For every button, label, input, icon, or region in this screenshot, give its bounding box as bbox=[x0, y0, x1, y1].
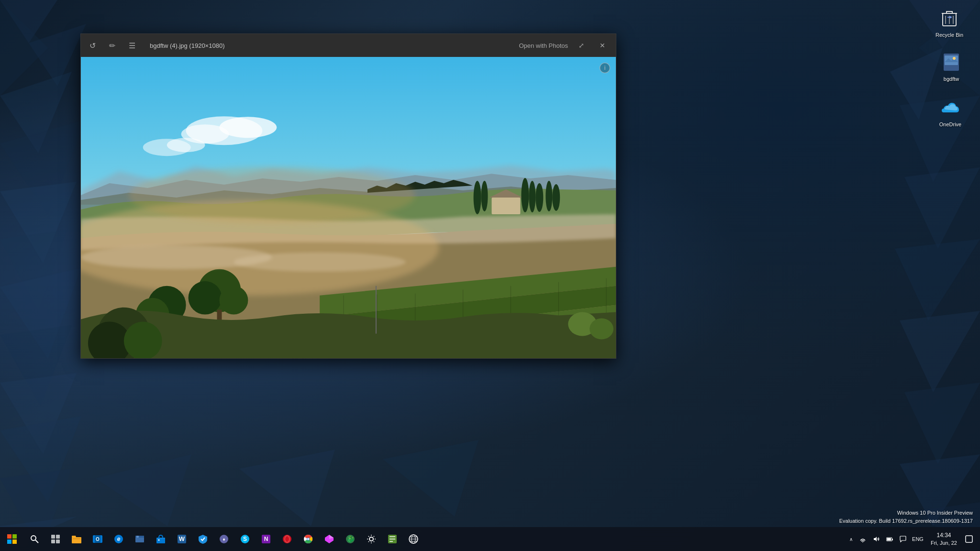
svg-text:♦: ♦ bbox=[223, 537, 225, 542]
taskbar-skype[interactable]: S bbox=[234, 527, 256, 551]
svg-point-30 bbox=[481, 181, 488, 211]
notification-button[interactable] bbox=[962, 527, 976, 551]
svg-rect-27 bbox=[491, 198, 520, 214]
photo-content: i bbox=[81, 57, 616, 358]
svg-point-73 bbox=[31, 536, 36, 540]
svg-point-45 bbox=[189, 281, 222, 315]
svg-point-108 bbox=[369, 537, 373, 541]
svg-point-103 bbox=[307, 538, 309, 540]
tray-power-icon[interactable] bbox=[883, 527, 896, 551]
svg-point-58 bbox=[234, 253, 405, 272]
svg-marker-20 bbox=[904, 383, 980, 464]
taskbar-explorer[interactable] bbox=[129, 527, 150, 551]
clock-date: Fri, Jun, 22 bbox=[931, 540, 957, 546]
maximize-button[interactable]: ⤢ bbox=[574, 38, 589, 53]
rotate-button[interactable]: ↺ bbox=[87, 39, 99, 52]
svg-point-46 bbox=[219, 286, 248, 315]
svg-text:e: e bbox=[117, 536, 121, 542]
svg-rect-79 bbox=[72, 537, 81, 543]
svg-rect-118 bbox=[892, 539, 893, 540]
info-button[interactable]: i bbox=[600, 63, 610, 73]
taskbar-defender[interactable] bbox=[192, 527, 213, 551]
onedrive-icon[interactable]: OneDrive bbox=[931, 93, 969, 131]
svg-rect-119 bbox=[887, 538, 891, 540]
tray-language-button[interactable]: ENG bbox=[910, 527, 926, 551]
svg-line-74 bbox=[35, 540, 38, 543]
svg-text:N: N bbox=[264, 536, 268, 542]
svg-marker-24 bbox=[239, 450, 335, 526]
taskbar-file-explorer[interactable] bbox=[66, 527, 87, 551]
photo-viewer-titlebar: ↺ ✏ ☰ bgdftw (4).jpg (1920×1080) Open wi… bbox=[81, 34, 616, 57]
task-view-button[interactable] bbox=[45, 527, 66, 551]
menu-button[interactable]: ☰ bbox=[126, 39, 138, 52]
taskbar-store[interactable] bbox=[150, 527, 171, 551]
svg-point-55 bbox=[590, 319, 613, 340]
svg-marker-19 bbox=[900, 311, 980, 392]
taskbar-app1[interactable]: ♦ bbox=[213, 527, 234, 551]
start-button[interactable] bbox=[0, 527, 24, 551]
svg-rect-72 bbox=[12, 540, 17, 544]
svg-point-34 bbox=[546, 181, 552, 211]
svg-marker-25 bbox=[383, 440, 479, 517]
svg-marker-18 bbox=[895, 239, 980, 320]
bgdftw-label: bgdftw bbox=[944, 76, 959, 82]
svg-marker-17 bbox=[904, 167, 980, 249]
taskbar-outlook[interactable]: O bbox=[87, 527, 108, 551]
svg-rect-80 bbox=[73, 539, 80, 539]
tray-icons bbox=[856, 527, 910, 551]
taskbar-app2[interactable] bbox=[319, 527, 340, 551]
svg-rect-77 bbox=[51, 540, 55, 543]
taskbar-word[interactable]: W bbox=[171, 527, 192, 551]
photo-image bbox=[81, 57, 616, 358]
recycle-bin-image bbox=[938, 7, 961, 30]
desktop: ↺ ✏ ☰ bgdftw (4).jpg (1920×1080) Open wi… bbox=[0, 0, 980, 551]
svg-rect-70 bbox=[12, 534, 17, 539]
tray-expand-button[interactable]: ∧ bbox=[846, 527, 856, 551]
svg-point-116 bbox=[862, 541, 863, 542]
svg-point-90 bbox=[158, 540, 160, 541]
onedrive-image bbox=[939, 96, 962, 119]
titlebar-left: ↺ ✏ ☰ bgdftw (4).jpg (1920×1080) bbox=[87, 39, 224, 52]
svg-text:S: S bbox=[243, 536, 247, 542]
taskbar-opera[interactable] bbox=[277, 527, 298, 551]
taskbar-app3[interactable]: 🐉 bbox=[340, 527, 361, 551]
bgdftw-image bbox=[940, 51, 963, 74]
svg-point-29 bbox=[474, 181, 481, 214]
tray-chat-icon[interactable] bbox=[896, 527, 910, 551]
taskbar-snipping[interactable] bbox=[382, 527, 403, 551]
taskbar-chrome[interactable] bbox=[298, 527, 319, 551]
taskbar-settings[interactable] bbox=[361, 527, 382, 551]
taskbar-edge[interactable]: e bbox=[108, 527, 129, 551]
taskbar-onenote[interactable]: N bbox=[256, 527, 277, 551]
svg-marker-23 bbox=[96, 454, 191, 526]
open-with-photos-button[interactable]: Open with Photos bbox=[519, 42, 568, 49]
edit-button[interactable]: ✏ bbox=[106, 39, 118, 52]
taskbar-apps: O e bbox=[66, 527, 846, 551]
svg-rect-69 bbox=[7, 534, 11, 539]
svg-point-68 bbox=[953, 57, 956, 60]
tray-network-icon[interactable] bbox=[856, 527, 869, 551]
onedrive-label: OneDrive bbox=[939, 121, 961, 128]
svg-point-33 bbox=[535, 183, 543, 212]
language-label: ENG bbox=[912, 536, 924, 542]
clock-time: 14:34 bbox=[936, 532, 951, 540]
clock-display[interactable]: 14:34 Fri, Jun, 22 bbox=[926, 527, 962, 551]
svg-text:O: O bbox=[96, 537, 100, 542]
recycle-bin-icon[interactable]: Recycle Bin bbox=[930, 4, 969, 41]
search-button[interactable] bbox=[24, 527, 45, 551]
taskbar: O e bbox=[0, 527, 980, 551]
svg-rect-88 bbox=[136, 536, 139, 538]
taskbar-globe[interactable] bbox=[403, 527, 424, 551]
svg-point-32 bbox=[529, 181, 535, 212]
svg-point-35 bbox=[552, 184, 560, 211]
svg-text:🐉: 🐉 bbox=[347, 535, 354, 542]
svg-rect-71 bbox=[7, 540, 11, 544]
bgdftw-file-icon[interactable]: bgdftw bbox=[932, 48, 970, 85]
tray-volume-icon[interactable] bbox=[869, 527, 883, 551]
filename-label: bgdftw (4).jpg (1920×1080) bbox=[150, 42, 224, 49]
svg-rect-76 bbox=[56, 535, 60, 539]
photo-viewer-window: ↺ ✏ ☰ bgdftw (4).jpg (1920×1080) Open wi… bbox=[80, 33, 616, 359]
svg-point-63 bbox=[167, 138, 205, 152]
close-button[interactable]: ✕ bbox=[595, 38, 610, 53]
system-tray: ∧ bbox=[846, 527, 980, 551]
